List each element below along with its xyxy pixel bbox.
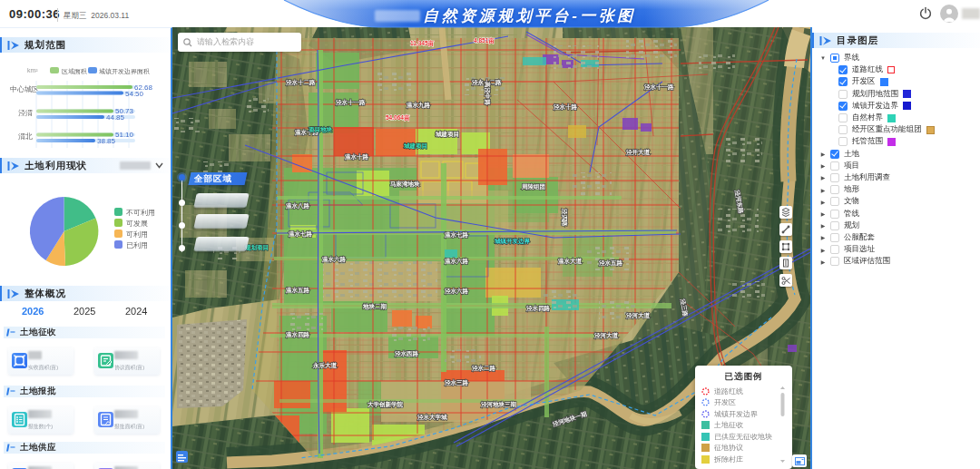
svg-text:温水六路: 温水六路	[321, 256, 347, 263]
svg-text:温水六路: 温水六路	[444, 258, 469, 265]
svg-text:可发展: 可发展	[126, 220, 148, 228]
svg-text:温水四路: 温水四路	[285, 331, 310, 338]
svg-text:泾水三路: 泾水三路	[444, 379, 469, 386]
svg-text:城镇开发边界: 城镇开发边界	[494, 238, 531, 245]
svg-text:温水八路: 温水八路	[285, 202, 310, 210]
svg-text:温水大道: 温水大道	[557, 258, 583, 265]
svg-text:泾水二路: 泾水二路	[471, 365, 496, 372]
svg-text:地块二期: 地块二期	[362, 303, 387, 310]
svg-text:高泾中路: 高泾中路	[484, 82, 491, 106]
svg-text:泾水六路: 泾水六路	[444, 288, 469, 295]
svg-text:km²: km²	[27, 67, 38, 73]
svg-text:项目地块: 项目地块	[308, 126, 333, 133]
svg-text:44.85: 44.85	[106, 113, 125, 122]
svg-text:51.10: 51.10	[115, 131, 134, 139]
svg-text:大学创新学院: 大学创新学院	[368, 401, 404, 408]
svg-text:温水九路: 温水九路	[406, 102, 431, 109]
svg-text:泾水十一路: 泾水十一路	[643, 83, 674, 91]
svg-text:温水五路: 温水五路	[285, 287, 310, 294]
svg-text:永乐大道: 永乐大道	[312, 362, 338, 369]
svg-text:可利用: 可利用	[126, 230, 148, 239]
svg-text:规划项目: 规划项目	[244, 244, 269, 251]
svg-text:54.50: 54.50	[125, 90, 144, 98]
svg-text:38.85: 38.85	[97, 137, 116, 145]
svg-text:温水十路: 温水十路	[344, 153, 369, 161]
svg-text:泾水十二路: 泾水十二路	[285, 79, 316, 86]
svg-text:温水七路: 温水七路	[444, 231, 469, 239]
svg-text:11.345亩: 11.345亩	[410, 40, 435, 47]
svg-text:泾河大道: 泾河大道	[625, 312, 651, 319]
svg-text:泾水西路: 泾水西路	[394, 350, 419, 357]
svg-text:已利用: 已利用	[126, 241, 148, 249]
svg-text:泾河大道: 泾河大道	[593, 332, 619, 339]
svg-text:城镇开发边界面积: 城镇开发边界面积	[98, 68, 150, 75]
svg-text:城建项目: 城建项目	[403, 142, 427, 150]
svg-text:区域面积: 区域面积	[62, 68, 87, 75]
svg-text:泾四路: 泾四路	[561, 208, 568, 227]
svg-text:泾开大道: 泾开大道	[625, 149, 651, 156]
svg-text:54.064亩: 54.064亩	[386, 114, 410, 122]
svg-text:城建项目: 城建项目	[435, 131, 459, 138]
svg-text:渭北: 渭北	[18, 132, 33, 141]
svg-text:泾水四路: 泾水四路	[525, 305, 551, 312]
svg-text:泾水十一路: 泾水十一路	[335, 99, 366, 106]
svg-text:泾水五路: 泾水五路	[598, 259, 623, 267]
svg-text:周陵组团: 周陵组团	[521, 183, 545, 191]
svg-text:泾渭: 泾渭	[18, 109, 33, 117]
svg-text:泾水大学城: 泾水大学城	[416, 414, 447, 421]
svg-text:中心城区: 中心城区	[10, 85, 39, 93]
svg-text:不可利用: 不可利用	[126, 209, 155, 217]
svg-text:马家湾地块: 马家湾地块	[390, 181, 420, 188]
svg-text:泾水十路: 泾水十路	[553, 103, 578, 111]
svg-text:泾河地块三期: 泾河地块三期	[480, 401, 517, 408]
svg-text:4.851亩: 4.851亩	[474, 37, 495, 44]
svg-text:温水七路: 温水七路	[288, 230, 313, 238]
